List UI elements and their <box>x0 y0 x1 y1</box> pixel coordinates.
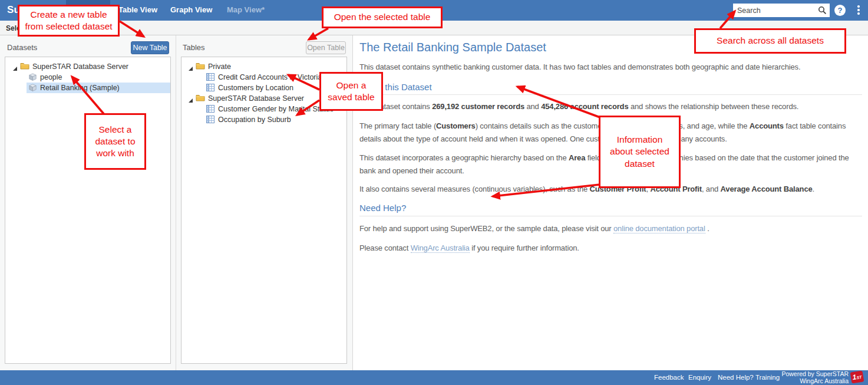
superstar-logo: 1ST <box>850 370 864 383</box>
tree-node-private-folder[interactable]: Private <box>181 61 346 72</box>
tab-map-view: Map View* <box>227 5 265 14</box>
footer-bar: Feedback Enquiry Need Help? Training Pow… <box>0 370 868 385</box>
folder-icon <box>196 62 205 71</box>
catalogue-panels: Datasets New Table Tables Open Table Sup… <box>0 35 353 370</box>
help-paragraph: For help and support using SuperWEB2, or… <box>359 222 862 235</box>
footer-link-need-help[interactable]: Need Help? <box>718 374 754 381</box>
about-dataset-heading: About this Dataset <box>359 82 862 92</box>
folder-icon <box>20 62 29 71</box>
footer-link-enquiry[interactable]: Enquiry <box>688 374 711 381</box>
inline-link[interactable]: online documentation portal <box>613 224 705 233</box>
datasets-panel-title: Datasets <box>7 43 37 52</box>
need-help-heading: Need Help? <box>359 203 862 213</box>
table-icon <box>206 116 214 125</box>
help-icon[interactable]: ? <box>834 5 846 16</box>
new-table-button[interactable]: New Table <box>131 41 169 54</box>
section-divider <box>359 216 862 216</box>
datasets-tree: SuperSTAR Database Server people <box>5 57 171 364</box>
inline-link[interactable]: WingArc Australia <box>411 243 470 253</box>
dataset-cube-icon <box>29 73 37 83</box>
dataset-cube-icon <box>29 84 37 93</box>
intro-paragraph: This dataset contains synthetic banking … <box>359 61 862 74</box>
powered-by-text: Powered by SuperSTAR WingArc Australia <box>781 371 849 384</box>
search-box <box>733 4 830 17</box>
footer-link-feedback[interactable]: Feedback <box>654 374 684 381</box>
tree-node-people[interactable]: people <box>5 72 170 83</box>
records-paragraph: This dataset contains 269,192 customer r… <box>359 100 862 113</box>
more-options-icon[interactable] <box>857 5 860 16</box>
search-icon[interactable] <box>818 6 827 17</box>
annotation-open-selected-table: Open the selected table <box>322 6 443 28</box>
annotation-create-new-table: Create a new table from selected dataset <box>18 5 120 37</box>
search-input[interactable] <box>733 4 830 17</box>
table-icon <box>206 105 214 114</box>
annotation-open-saved-table: Open a saved table <box>319 72 383 111</box>
table-icon <box>206 84 214 93</box>
superweb2-app: SuperWEB2 Table View Graph View Map View… <box>0 0 868 385</box>
annotation-search-all-datasets: Search across all datasets <box>694 28 846 54</box>
contact-paragraph: Please contact WingArc Australia if you … <box>359 242 862 255</box>
panel-divider <box>176 35 176 370</box>
section-divider <box>359 94 862 95</box>
tree-node-retail-banking[interactable]: Retail Banking (Sample) <box>5 83 170 93</box>
annotation-dataset-info: Information about selected dataset <box>599 116 681 188</box>
open-table-button[interactable]: Open Table <box>306 41 346 54</box>
table-icon <box>206 73 214 83</box>
footer-link-training[interactable]: Training <box>755 374 780 381</box>
tree-node-saved-table[interactable]: Occupation by Suburb <box>181 114 346 125</box>
tables-panel-title: Tables <box>183 43 205 52</box>
annotation-select-dataset: Select a dataset to work with <box>84 113 146 170</box>
tab-table-view[interactable]: Table View <box>118 5 157 14</box>
tree-node-superstar-server[interactable]: SuperSTAR Database Server <box>5 61 170 72</box>
tab-graph-view[interactable]: Graph View <box>170 5 212 14</box>
folder-icon <box>196 94 205 103</box>
